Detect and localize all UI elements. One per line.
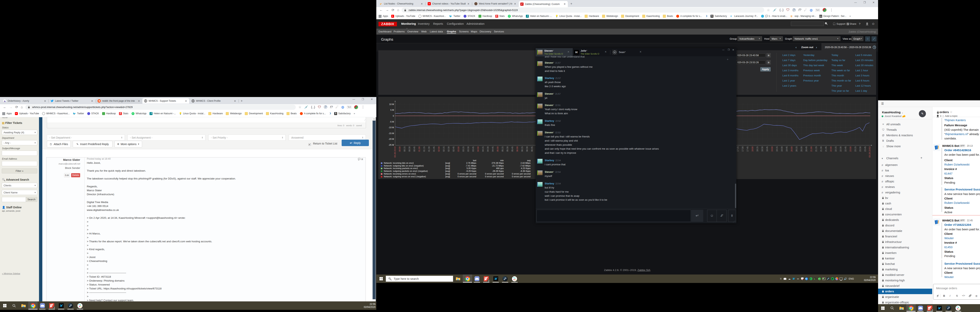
svg-text:02:45: 02:45 xyxy=(452,147,455,152)
svg-text:01:45: 01:45 xyxy=(433,147,435,152)
svg-text:01:00: 01:00 xyxy=(418,147,420,152)
svg-text:01:15: 01:15 xyxy=(423,147,425,152)
svg-text:23:45: 23:45 xyxy=(864,147,866,152)
svg-text:00:45: 00:45 xyxy=(413,147,415,152)
svg-text:03:00: 03:00 xyxy=(457,147,460,152)
svg-text:18:00: 18:00 xyxy=(751,147,754,152)
svg-text:02:00: 02:00 xyxy=(438,147,440,152)
svg-text:19:45: 19:45 xyxy=(786,147,788,152)
svg-text:05:00: 05:00 xyxy=(496,147,499,152)
svg-text:22:45: 22:45 xyxy=(844,147,847,152)
svg-text:20:30: 20:30 xyxy=(800,147,803,152)
svg-text:-20 M: -20 M xyxy=(388,138,394,140)
svg-text:-15 M: -15 M xyxy=(388,132,394,134)
svg-text:03:15: 03:15 xyxy=(462,147,465,152)
svg-text:04:15: 04:15 xyxy=(482,147,484,152)
svg-text:20:45: 20:45 xyxy=(805,147,808,152)
svg-text:03:45: 03:45 xyxy=(472,147,474,152)
svg-text:04:00: 04:00 xyxy=(477,147,479,152)
svg-text:-5 M: -5 M xyxy=(390,120,394,123)
svg-text:22:15: 22:15 xyxy=(835,147,837,152)
svg-text:00:00: 00:00 xyxy=(398,147,401,152)
svg-text:03-29 23:53: 03-29 23:53 xyxy=(869,147,871,157)
svg-text:10 M: 10 M xyxy=(389,103,394,106)
svg-text:-25 M: -25 M xyxy=(388,144,394,146)
svg-text:21:15: 21:15 xyxy=(815,147,817,152)
svg-text:00:15: 00:15 xyxy=(403,147,406,152)
svg-text:05:30: 05:30 xyxy=(506,147,509,152)
svg-text:06:00: 06:00 xyxy=(516,147,519,152)
svg-text:06:15: 06:15 xyxy=(521,147,523,152)
svg-text:03:30: 03:30 xyxy=(467,147,469,152)
svg-text:00:30: 00:30 xyxy=(408,147,410,152)
svg-text:19:00: 19:00 xyxy=(771,147,773,152)
svg-text:20:15: 20:15 xyxy=(795,147,798,152)
svg-text:22:30: 22:30 xyxy=(840,147,842,152)
svg-text:17:15: 17:15 xyxy=(737,147,739,152)
svg-text:06:45: 06:45 xyxy=(531,147,533,152)
svg-text:23:30: 23:30 xyxy=(859,147,861,152)
svg-text:05:45: 05:45 xyxy=(511,147,514,152)
svg-text:22:00: 22:00 xyxy=(830,147,832,152)
svg-text:18:15: 18:15 xyxy=(756,147,759,152)
svg-text:17:30: 17:30 xyxy=(741,147,744,152)
svg-text:19:15: 19:15 xyxy=(776,147,778,152)
svg-text:04:45: 04:45 xyxy=(492,147,494,152)
svg-text:02:15: 02:15 xyxy=(442,147,445,152)
svg-text:21:45: 21:45 xyxy=(825,147,827,152)
svg-text:18:30: 18:30 xyxy=(761,147,764,152)
svg-text:21:00: 21:00 xyxy=(810,147,813,152)
svg-text:18:45: 18:45 xyxy=(766,147,768,152)
svg-text:02:30: 02:30 xyxy=(447,147,450,152)
svg-text:03-28 23:43: 03-28 23:43 xyxy=(394,147,396,157)
svg-text:04:30: 04:30 xyxy=(487,147,489,152)
svg-text:05:15: 05:15 xyxy=(501,147,504,152)
svg-text:0: 0 xyxy=(393,115,394,117)
svg-text:23:00: 23:00 xyxy=(849,147,852,152)
svg-text:-10 M: -10 M xyxy=(388,126,394,129)
svg-text:01:30: 01:30 xyxy=(428,147,430,152)
svg-text:19:30: 19:30 xyxy=(781,147,783,152)
svg-text:5 M: 5 M xyxy=(390,109,394,111)
svg-text:20:00: 20:00 xyxy=(791,147,793,152)
svg-text:17:45: 17:45 xyxy=(746,147,749,152)
svg-text:23:15: 23:15 xyxy=(854,147,856,152)
svg-text:21:30: 21:30 xyxy=(820,147,822,152)
svg-text:06:30: 06:30 xyxy=(526,147,528,152)
